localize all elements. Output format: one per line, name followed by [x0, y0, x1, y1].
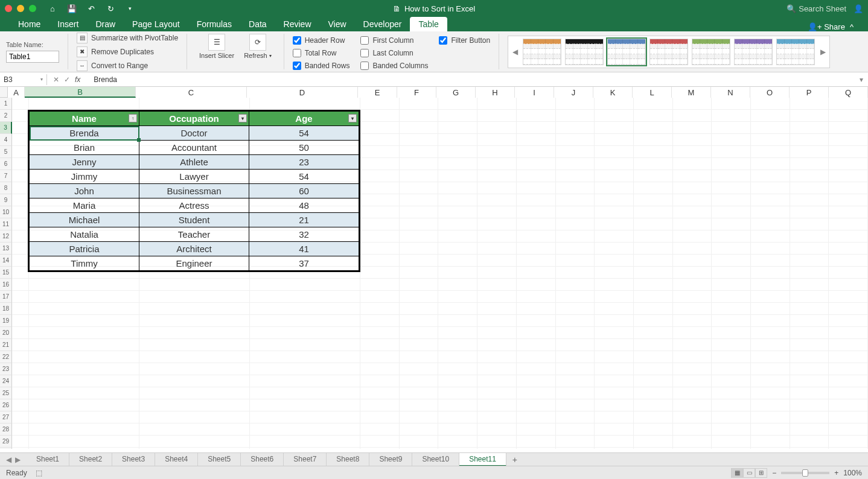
cell[interactable] [556, 170, 595, 182]
cell[interactable] [360, 230, 400, 243]
cell[interactable] [751, 315, 790, 327]
cell[interactable] [712, 351, 751, 363]
cell[interactable] [751, 170, 790, 182]
row-header[interactable]: 10 [0, 206, 12, 218]
cell[interactable] [790, 170, 829, 182]
cell[interactable] [477, 182, 517, 194]
cell[interactable] [438, 436, 477, 448]
cell[interactable] [29, 363, 139, 375]
table-cell[interactable]: Architect [139, 242, 249, 256]
cell[interactable] [751, 327, 790, 339]
row-header[interactable]: 23 [0, 363, 12, 375]
column-header[interactable]: J [554, 87, 593, 98]
cell[interactable] [790, 230, 829, 243]
cell[interactable] [751, 110, 790, 122]
cell[interactable] [829, 255, 868, 267]
cancel-icon[interactable]: ✕ [53, 75, 59, 84]
styles-scroll-left[interactable]: ◀ [511, 39, 519, 65]
cell[interactable] [400, 243, 439, 255]
cell[interactable] [556, 206, 595, 218]
cell[interactable] [595, 303, 634, 315]
table-cell[interactable]: 21 [249, 213, 359, 227]
refresh-button[interactable]: ⟳ Refresh▾ [240, 34, 275, 69]
filter-dropdown-icon[interactable]: ▾ [348, 114, 357, 122]
cell[interactable] [360, 411, 400, 423]
cell[interactable] [712, 243, 751, 255]
cell[interactable] [12, 399, 29, 411]
cell[interactable] [595, 315, 634, 327]
table-cell[interactable]: Lawyer [139, 170, 249, 184]
cell[interactable] [438, 423, 477, 436]
collapse-ribbon-icon[interactable]: ^ [850, 22, 854, 31]
cell[interactable] [400, 399, 439, 411]
save-icon[interactable]: 💾 [68, 4, 76, 13]
cell[interactable] [12, 243, 29, 255]
cell[interactable] [829, 387, 868, 399]
formula-value[interactable]: Brenda [90, 75, 117, 84]
cell[interactable] [477, 339, 517, 351]
cell[interactable] [829, 170, 868, 182]
ribbon-tab-insert[interactable]: Insert [49, 17, 87, 31]
cell[interactable] [12, 387, 29, 399]
cell[interactable] [517, 279, 556, 291]
cell[interactable] [829, 327, 868, 339]
row-header[interactable]: 5 [0, 146, 12, 158]
cell[interactable] [556, 122, 595, 134]
home-icon[interactable]: ⌂ [48, 4, 57, 13]
cell[interactable] [517, 448, 556, 449]
redo-icon[interactable]: ↻ [106, 4, 115, 13]
cell[interactable] [790, 423, 829, 436]
cell[interactable] [634, 230, 673, 243]
cell[interactable] [12, 351, 29, 363]
cell[interactable] [556, 243, 595, 255]
cell[interactable] [634, 436, 673, 448]
cell[interactable] [360, 315, 400, 327]
cell[interactable] [29, 339, 139, 351]
cell[interactable] [829, 243, 868, 255]
cell[interactable] [595, 448, 634, 449]
cell[interactable] [790, 448, 829, 449]
cell[interactable] [712, 194, 751, 206]
row-header[interactable]: 11 [0, 218, 12, 230]
cell[interactable] [634, 182, 673, 194]
cell[interactable] [595, 134, 634, 146]
cell[interactable] [595, 399, 634, 411]
cell[interactable] [829, 267, 868, 279]
cell[interactable] [438, 399, 477, 411]
cell[interactable] [400, 158, 439, 170]
table-cell[interactable]: Engineer [139, 256, 249, 271]
cell[interactable] [556, 267, 595, 279]
cell[interactable] [556, 387, 595, 399]
cell[interactable] [673, 387, 712, 399]
cell[interactable] [712, 255, 751, 267]
cell[interactable] [751, 146, 790, 158]
cell[interactable] [556, 146, 595, 158]
cell[interactable] [595, 230, 634, 243]
cell[interactable] [29, 423, 139, 436]
minimize-window-icon[interactable] [17, 5, 24, 12]
sheet-tab[interactable]: Sheet9 [369, 453, 412, 466]
cell[interactable] [438, 98, 477, 110]
cell[interactable] [438, 279, 477, 291]
table-cell[interactable]: Doctor [139, 126, 249, 141]
cell[interactable] [673, 255, 712, 267]
row-header[interactable]: 2 [0, 110, 12, 122]
row-header[interactable]: 19 [0, 315, 12, 327]
cell[interactable] [29, 98, 139, 110]
cell[interactable] [517, 363, 556, 375]
cell[interactable] [712, 423, 751, 436]
table-cell[interactable]: Patricia [30, 242, 139, 256]
cell[interactable] [400, 291, 439, 303]
sheet-nav-next[interactable]: ▶ [15, 455, 21, 464]
row-header[interactable]: 27 [0, 411, 12, 423]
cell[interactable] [517, 339, 556, 351]
confirm-icon[interactable]: ✓ [64, 75, 70, 84]
cell[interactable] [360, 98, 400, 110]
cell[interactable] [556, 303, 595, 315]
cell[interactable] [12, 363, 29, 375]
cell[interactable] [517, 267, 556, 279]
cell[interactable] [634, 339, 673, 351]
cell[interactable] [400, 315, 439, 327]
ribbon-tab-page-layout[interactable]: Page Layout [124, 17, 188, 31]
cell[interactable] [477, 291, 517, 303]
